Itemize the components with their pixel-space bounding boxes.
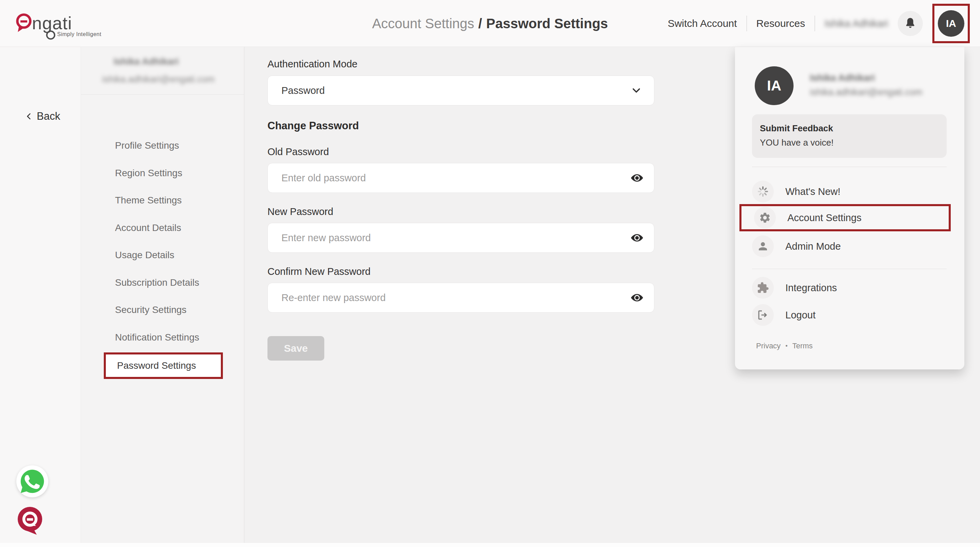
menu-item-label: Account Settings [788, 212, 862, 224]
bell-icon [904, 17, 917, 30]
panel-divider [752, 269, 947, 269]
menu-item-admin-mode[interactable]: Admin Mode [735, 233, 964, 260]
menu-item-label: Logout [785, 310, 816, 321]
menu-item-whats-new[interactable]: What's New! [735, 178, 964, 205]
auth-mode-value: Password [282, 85, 630, 96]
submit-feedback-card[interactable]: Submit Feedback YOU have a voice! [752, 114, 947, 158]
switch-account-link[interactable]: Switch Account [668, 18, 737, 29]
sidebar-item-usage-details[interactable]: Usage Details [115, 246, 227, 265]
header-divider [815, 16, 815, 31]
breadcrumb-separator: / [479, 16, 482, 31]
eye-icon [630, 291, 644, 304]
engati-chat-widget-button[interactable] [16, 506, 45, 537]
new-password-label: New Password [267, 206, 333, 217]
person-icon [757, 240, 769, 253]
confirm-password-visibility-toggle[interactable] [630, 291, 644, 304]
sidebar-divider [81, 94, 244, 95]
menu-item-label: What's New! [785, 186, 840, 197]
puzzle-icon [757, 281, 769, 294]
auth-mode-label: Authentication Mode [267, 59, 357, 70]
old-password-label: Old Password [267, 146, 329, 157]
eye-icon [630, 231, 644, 245]
sidebar-item-password-settings[interactable]: Password Settings [104, 352, 223, 379]
chevron-left-icon [24, 112, 33, 121]
auth-mode-select[interactable]: Password [267, 76, 654, 105]
save-button[interactable]: Save [267, 336, 324, 361]
menu-item-label: Admin Mode [785, 241, 841, 252]
confirm-password-field-wrap [267, 283, 654, 313]
sidebar-item-account-details[interactable]: Account Details [115, 218, 227, 237]
old-password-visibility-toggle[interactable] [630, 171, 644, 185]
footer-separator: • [785, 343, 788, 350]
new-password-field-wrap [267, 223, 654, 253]
sidebar-item-theme-settings[interactable]: Theme Settings [115, 191, 227, 210]
old-password-input[interactable] [282, 163, 630, 192]
back-button[interactable]: Back [24, 110, 60, 122]
panel-user-email: ishika.adhikari@engati.com [810, 87, 923, 98]
change-password-heading: Change Password [267, 120, 359, 132]
breadcrumb-section: Account Settings [372, 16, 474, 31]
whatsapp-icon [18, 467, 46, 495]
menu-item-label: Integrations [785, 282, 837, 294]
menu-item-logout[interactable]: Logout [735, 301, 964, 329]
sparkle-spinner-icon [756, 185, 769, 198]
bottom-strip [0, 543, 980, 547]
settings-sidebar: Ishika Adhikari ishika.adhikari@engati.c… [81, 47, 244, 543]
engati-bubble-icon [16, 506, 45, 536]
panel-user-name: Ishika Adhikari [810, 73, 875, 83]
logout-icon [757, 309, 769, 321]
panel-footer: Privacy • Terms [756, 342, 813, 350]
old-password-field-wrap [267, 163, 654, 193]
annotation-avatar-highlight: IA [932, 4, 970, 43]
panel-avatar: IA [755, 66, 794, 105]
feedback-subtitle: YOU have a voice! [760, 137, 834, 148]
sidebar-item-security-settings[interactable]: Security Settings [115, 301, 227, 320]
chevron-down-icon [630, 84, 643, 97]
menu-item-account-settings[interactable]: Account Settings [740, 204, 951, 231]
panel-divider [752, 167, 947, 167]
profile-avatar-button[interactable]: IA [938, 10, 964, 37]
new-password-visibility-toggle[interactable] [630, 231, 644, 245]
sidebar-user-email: ishika.adhikari@engati.com [102, 74, 215, 85]
app-header: ngati Simply Intelligent Account Setting… [0, 0, 980, 47]
back-label: Back [37, 110, 60, 122]
privacy-link[interactable]: Privacy [756, 342, 781, 350]
eye-icon [630, 171, 644, 185]
sidebar-item-region-settings[interactable]: Region Settings [115, 164, 227, 183]
sidebar-item-subscription-details[interactable]: Subscription Details [115, 273, 227, 292]
sidebar-user-name: Ishika Adhikari [114, 56, 179, 67]
profile-dropdown-panel: IA Ishika Adhikari ishika.adhikari@engat… [735, 47, 964, 369]
new-password-input[interactable] [282, 223, 630, 253]
resources-link[interactable]: Resources [756, 18, 805, 29]
confirm-password-input[interactable] [282, 283, 630, 312]
feedback-title: Submit Feedback [760, 123, 833, 134]
sidebar-item-profile-settings[interactable]: Profile Settings [115, 136, 227, 155]
breadcrumb-page: Password Settings [486, 16, 608, 31]
notifications-button[interactable] [898, 11, 923, 36]
confirm-password-label: Confirm New Password [267, 266, 371, 277]
sidebar-item-notification-settings[interactable]: Notification Settings [115, 328, 227, 347]
whatsapp-widget-button[interactable] [16, 465, 48, 497]
header-divider [746, 16, 747, 31]
menu-item-integrations[interactable]: Integrations [735, 274, 964, 301]
header-user-name: Ishika Adhikari [824, 18, 888, 29]
gear-icon [759, 211, 771, 224]
terms-link[interactable]: Terms [792, 342, 813, 350]
